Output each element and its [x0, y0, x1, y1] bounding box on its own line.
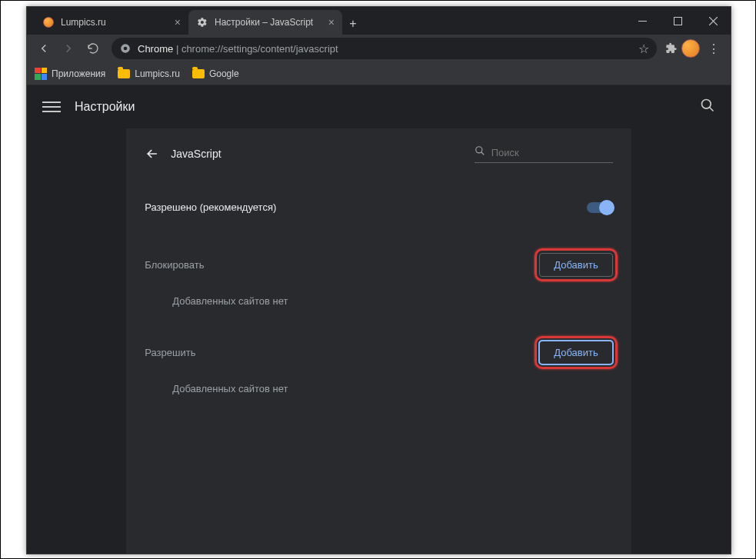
close-window-button[interactable]: [695, 7, 731, 35]
favicon-orange-icon: [42, 16, 55, 28]
extensions-icon[interactable]: [664, 42, 678, 55]
tab-title: Настройки – JavaScript: [215, 17, 313, 28]
allow-empty-text: Добавленных сайтов нет: [145, 375, 612, 410]
bookmark-label: Google: [209, 68, 239, 79]
right-gutter: [631, 128, 731, 554]
svg-point-4: [702, 100, 711, 109]
maximize-button[interactable]: [660, 7, 695, 35]
toolbar: Chrome | chrome://settings/content/javas…: [27, 35, 731, 62]
panel-title: JavaScript: [171, 148, 463, 160]
bookmark-label: Lumpics.ru: [135, 68, 180, 79]
apps-shortcut[interactable]: Приложения: [35, 68, 105, 80]
reload-button[interactable]: [82, 38, 104, 59]
tab-close-icon[interactable]: ×: [175, 16, 181, 28]
settings-panel: JavaScript Разрешено (рекомендуется) Бло…: [126, 128, 631, 554]
folder-icon: [118, 69, 130, 78]
svg-rect-1: [674, 17, 681, 25]
svg-rect-0: [638, 21, 647, 22]
menu-button[interactable]: ⋮: [703, 42, 724, 56]
window-controls: [624, 7, 731, 35]
bookmark-folder[interactable]: Lumpics.ru: [118, 68, 180, 79]
tab-inactive[interactable]: Lumpics.ru ×: [35, 10, 188, 35]
allowed-label: Разрешено (рекомендуется): [145, 201, 276, 213]
add-allow-button-wrap: Добавить: [539, 341, 612, 364]
panel-header: JavaScript: [145, 144, 612, 163]
forward-button[interactable]: [58, 38, 79, 59]
apps-grid-icon: [35, 68, 47, 80]
bookmark-star-icon[interactable]: ☆: [638, 42, 649, 56]
chrome-logo-icon: [119, 42, 132, 55]
allow-section-row: Разрешить Добавить: [145, 330, 612, 375]
left-gutter: [27, 128, 126, 554]
tab-active[interactable]: Настройки – JavaScript ×: [188, 10, 342, 35]
add-block-button[interactable]: Добавить: [539, 253, 612, 277]
panel-search-field[interactable]: [475, 144, 613, 163]
block-section-row: Блокировать Добавить: [145, 242, 612, 288]
panel-search-input[interactable]: [491, 147, 613, 158]
tab-close-icon[interactable]: ×: [328, 16, 335, 28]
block-section-label: Блокировать: [145, 259, 204, 271]
minimize-button[interactable]: [624, 7, 660, 35]
panel-back-button[interactable]: [145, 146, 160, 161]
new-tab-button[interactable]: +: [342, 13, 364, 35]
block-empty-text: Добавленных сайтов нет: [145, 288, 612, 322]
url-path: chrome://settings/content/javascript: [182, 43, 338, 55]
search-icon: [475, 145, 485, 159]
svg-point-3: [124, 47, 128, 51]
screenshot-frame: Lumpics.ru × Настройки – JavaScript × +: [0, 0, 756, 559]
settings-header: Настройки: [27, 85, 731, 128]
tab-strip: Lumpics.ru × Настройки – JavaScript × +: [27, 7, 624, 35]
titlebar: Lumpics.ru × Настройки – JavaScript × +: [27, 7, 731, 35]
bookmark-label: Приложения: [52, 68, 105, 79]
settings-title: Настройки: [75, 100, 700, 114]
browser-window: Lumpics.ru × Настройки – JavaScript × +: [26, 6, 731, 554]
folder-icon: [192, 69, 205, 78]
profile-avatar[interactable]: [681, 39, 700, 58]
url-host: Chrome: [138, 43, 173, 55]
content-area: JavaScript Разрешено (рекомендуется) Бло…: [27, 128, 731, 554]
url-text: Chrome | chrome://settings/content/javas…: [138, 43, 338, 55]
bookmarks-bar: Приложения Lumpics.ru Google: [27, 62, 731, 85]
svg-point-5: [475, 147, 481, 153]
gear-icon: [196, 16, 208, 28]
allow-section-label: Разрешить: [145, 347, 195, 358]
add-allow-button[interactable]: Добавить: [539, 341, 612, 364]
hamburger-menu-icon[interactable]: [42, 98, 61, 116]
tab-title: Lumpics.ru: [61, 17, 106, 28]
allowed-toggle-row: Разрешено (рекомендуется): [145, 191, 612, 224]
settings-search-icon[interactable]: [700, 98, 715, 116]
add-block-button-wrap: Добавить: [539, 253, 612, 277]
address-bar[interactable]: Chrome | chrome://settings/content/javas…: [112, 38, 657, 59]
back-button[interactable]: [33, 38, 55, 59]
javascript-toggle[interactable]: [587, 202, 613, 213]
bookmark-folder[interactable]: Google: [192, 68, 239, 79]
